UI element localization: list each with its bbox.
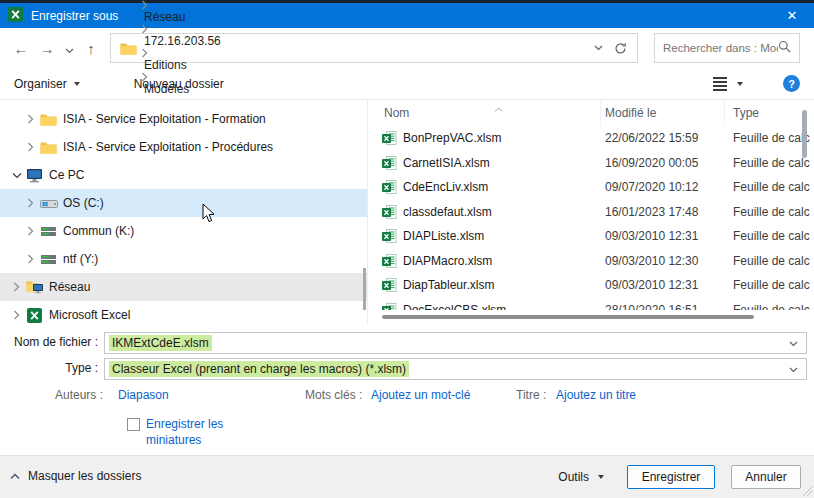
- organize-button[interactable]: Organiser: [14, 77, 80, 91]
- authors-value[interactable]: Diapason: [118, 388, 169, 402]
- file-type: Feuille de calc: [725, 303, 814, 310]
- breadcrumb-separator-icon[interactable]: [139, 48, 226, 58]
- file-type: Feuille de calc: [725, 205, 814, 219]
- file-row[interactable]: CdeEncLiv.xlsm09/07/2020 10:12Feuille de…: [368, 175, 814, 200]
- sidebar-item-label: ntf (Y:): [63, 252, 98, 266]
- chevron-down-icon[interactable]: [789, 336, 798, 350]
- breadcrumb-item[interactable]: Réseau: [139, 10, 190, 24]
- column-header-modified[interactable]: Modifié le: [601, 100, 725, 126]
- breadcrumb-separator-icon[interactable]: [139, 0, 226, 10]
- caret-down-icon: [74, 82, 80, 86]
- breadcrumb-item[interactable]: 172.16.203.56: [139, 34, 226, 48]
- file-row[interactable]: CarnetISIA.xlsm16/09/2020 00:05Feuille d…: [368, 151, 814, 176]
- up-button[interactable]: ↑: [78, 35, 104, 61]
- excel-icon: [25, 308, 44, 323]
- dialog-footer: Masquer les dossiers Outils Enregistrer …: [0, 455, 814, 498]
- excel-file-icon: [382, 180, 397, 194]
- excel-logo-icon: [8, 7, 23, 25]
- sidebar-item-isia-service-exploitation-formation[interactable]: ISIA - Service Exploitation - Formation: [0, 105, 367, 133]
- column-header-type[interactable]: Type: [725, 106, 814, 120]
- chevron-right-icon[interactable]: [8, 282, 25, 292]
- network-drive-icon: [39, 253, 58, 266]
- chevron-up-icon: [10, 469, 20, 483]
- network-drive-icon: [39, 225, 58, 238]
- file-row[interactable]: classdefaut.xlsm16/01/2023 17:48Feuille …: [368, 200, 814, 225]
- excel-file-icon: [382, 205, 397, 219]
- sidebar-item-label: Réseau: [49, 280, 90, 294]
- sidebar-item-os-c-[interactable]: OS (C:): [0, 189, 367, 217]
- close-icon: ✕: [787, 8, 798, 23]
- tools-label: Outils: [558, 470, 589, 484]
- back-icon: ←: [14, 40, 29, 57]
- sidebar-scrollbar[interactable]: [363, 268, 366, 310]
- hide-folders-label: Masquer les dossiers: [28, 469, 141, 483]
- chevron-right-icon[interactable]: [22, 226, 39, 236]
- chevron-right-icon[interactable]: [22, 198, 39, 208]
- file-type: Feuille de calc: [725, 254, 814, 268]
- search-box[interactable]: Rechercher dans : Modeles: [654, 33, 800, 63]
- title-add-link[interactable]: Ajoutez un titre: [556, 388, 636, 402]
- tags-label: Mots clés :: [305, 388, 362, 402]
- file-list-horizontal-scrollbar[interactable]: [382, 315, 754, 319]
- forward-button[interactable]: →: [34, 35, 60, 61]
- chevron-right-icon[interactable]: [22, 254, 39, 264]
- file-row[interactable]: DiapTableur.xlsm09/03/2010 12:31Feuille …: [368, 273, 814, 298]
- sidebar-item-ce-pc[interactable]: Ce PC: [0, 161, 367, 189]
- breadcrumb-separator-icon[interactable]: [139, 24, 226, 34]
- address-bar[interactable]: Réseau172.16.203.56EditionsModeles: [110, 33, 638, 63]
- chevron-right-icon[interactable]: [8, 310, 25, 320]
- tags-add-link[interactable]: Ajoutez un mot-clé: [371, 388, 470, 402]
- chevron-right-icon[interactable]: [22, 142, 39, 152]
- help-icon: ?: [788, 78, 795, 90]
- window-title: Enregistrer sous: [31, 9, 118, 23]
- excel-file-icon: [382, 229, 397, 243]
- file-type: Feuille de calc: [725, 278, 814, 292]
- filename-input[interactable]: IKMExtCdeE.xlsm: [104, 332, 807, 354]
- recent-locations-button[interactable]: [60, 35, 78, 61]
- file-modified-date: 09/03/2010 12:31: [601, 229, 725, 243]
- chevron-down-icon[interactable]: [8, 172, 25, 179]
- chevron-right-icon[interactable]: [22, 114, 39, 124]
- command-toolbar: Organiser Nouveau dossier ?: [0, 68, 814, 100]
- sidebar-item-ntf-y-[interactable]: ntf (Y:): [0, 245, 367, 273]
- file-row[interactable]: DocExcelCBS.xlsm28/10/2020 16:51Feuille …: [368, 298, 814, 311]
- refresh-button[interactable]: [609, 42, 631, 55]
- file-row[interactable]: BonPrepVAC.xlsm22/06/2022 15:59Feuille d…: [368, 126, 814, 151]
- back-button[interactable]: ←: [8, 35, 34, 61]
- file-modified-date: 28/10/2020 16:51: [601, 303, 725, 310]
- save-button[interactable]: Enregistrer: [627, 465, 715, 489]
- hide-folders-button[interactable]: Masquer les dossiers: [10, 469, 141, 483]
- file-modified-date: 09/03/2010 12:30: [601, 254, 725, 268]
- file-list-vertical-scrollbar[interactable]: [802, 110, 807, 158]
- save-thumbnails-checkbox[interactable]: [127, 418, 140, 431]
- breadcrumb-item[interactable]: Editions: [139, 58, 192, 72]
- file-modified-date: 22/06/2022 15:59: [601, 131, 725, 145]
- chevron-down-icon[interactable]: [789, 362, 798, 376]
- sidebar-item-label: ISIA - Service Exploitation - Procédures: [63, 140, 273, 154]
- help-button[interactable]: ?: [783, 75, 800, 92]
- sort-ascending-icon: [494, 101, 503, 115]
- sidebar-item-microsoft-excel[interactable]: Microsoft Excel: [0, 301, 367, 325]
- file-row[interactable]: DIAPMacro.xlsm09/03/2010 12:30Feuille de…: [368, 249, 814, 274]
- resize-grip[interactable]: [802, 486, 812, 496]
- address-dropdown-button[interactable]: [587, 45, 609, 51]
- sidebar-item-isia-service-exploitation-proc-dures[interactable]: ISIA - Service Exploitation - Procédures: [0, 133, 367, 161]
- sidebar-item-label: Commun (K:): [63, 224, 134, 238]
- new-folder-button[interactable]: Nouveau dossier: [134, 77, 224, 91]
- view-list-icon[interactable]: [713, 77, 727, 91]
- file-row[interactable]: DIAPListe.xlsm09/03/2010 12:31Feuille de…: [368, 224, 814, 249]
- excel-file-icon: [382, 156, 397, 170]
- folder-icon: [117, 42, 139, 55]
- view-caret-icon[interactable]: [737, 82, 743, 86]
- column-header-name[interactable]: Nom: [368, 100, 601, 126]
- excel-file-icon: [382, 303, 397, 310]
- tools-dropdown[interactable]: Outils: [558, 470, 604, 484]
- os-drive-icon: [39, 197, 58, 210]
- navigation-bar: ← → ↑ Réseau172.16.203.56EditionsModeles…: [0, 28, 814, 68]
- close-button[interactable]: ✕: [770, 3, 814, 28]
- search-input[interactable]: Rechercher dans : Modeles: [663, 42, 778, 54]
- filetype-select[interactable]: Classeur Excel (prenant en charge les ma…: [104, 358, 807, 380]
- cancel-button[interactable]: Annuler: [731, 465, 801, 489]
- sidebar-item-commun-k-[interactable]: Commun (K:): [0, 217, 367, 245]
- sidebar-item-r-seau[interactable]: Réseau: [0, 273, 367, 301]
